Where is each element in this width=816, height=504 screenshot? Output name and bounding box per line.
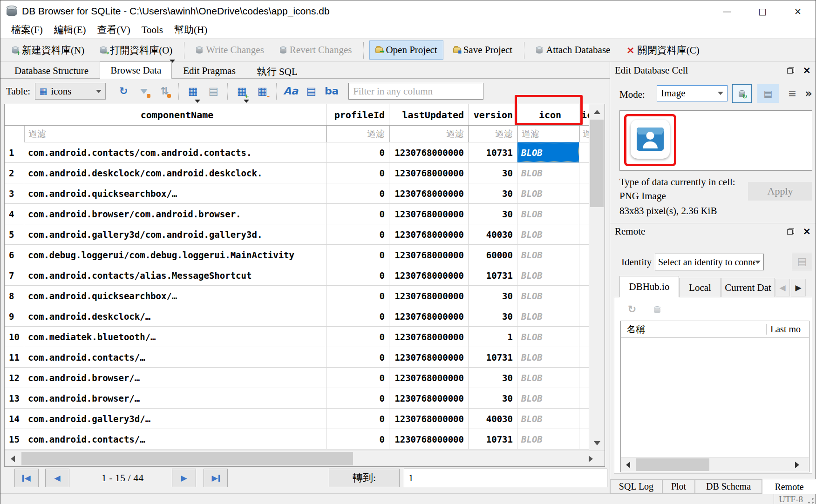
cell-profileId[interactable]: 0: [326, 388, 389, 408]
remote-refresh-button[interactable]: ↻: [624, 302, 640, 317]
cell-icon[interactable]: BLOB: [517, 224, 579, 244]
cell-profileId[interactable]: 0: [326, 204, 389, 224]
cell-icon[interactable]: BLOB: [517, 183, 579, 203]
cell-version[interactable]: 30: [469, 306, 517, 326]
revert-changes-button[interactable]: Revert Changes: [274, 40, 358, 60]
cell-version[interactable]: 10731: [469, 429, 517, 449]
vertical-scrollbar-thumb[interactable]: [590, 120, 604, 207]
open-project-button[interactable]: → Open Project: [369, 40, 443, 60]
cell-partial[interactable]: [579, 429, 589, 449]
cell-lastUpdated[interactable]: 1230768000000: [389, 327, 469, 347]
menu-edit[interactable]: 編輯(E): [49, 22, 91, 37]
remote-list-header-name[interactable]: 名稱: [621, 323, 766, 336]
text-view-button[interactable]: ▤: [757, 84, 779, 103]
scroll-right-button[interactable]: [589, 451, 605, 467]
header-lastUpdated[interactable]: lastUpdated: [389, 104, 469, 125]
close-panel-icon[interactable]: ×: [802, 227, 811, 236]
cell-version[interactable]: 10731: [469, 347, 517, 367]
write-changes-button[interactable]: Write Changes: [190, 40, 270, 60]
condensed-mode-button[interactable]: ba: [321, 82, 342, 100]
cell-icon[interactable]: BLOB: [517, 347, 579, 367]
row-number[interactable]: 8: [5, 286, 24, 306]
mode-select[interactable]: Image: [657, 85, 728, 101]
filter-lastUpdated[interactable]: 過濾: [389, 126, 469, 142]
remote-list-hscrollbar[interactable]: [621, 457, 809, 472]
dock-tab-sql-log[interactable]: SQL Log: [610, 479, 662, 494]
filter-profileId[interactable]: 過濾: [326, 126, 389, 142]
insert-record-button[interactable]: ▦+: [231, 82, 252, 100]
filter-componentName[interactable]: 過濾: [24, 126, 326, 142]
cell-lastUpdated[interactable]: 1230768000000: [389, 183, 469, 203]
cell-lastUpdated[interactable]: 1230768000000: [389, 409, 469, 429]
remote-list-header-modified[interactable]: Last mo: [766, 324, 809, 335]
cell-partial[interactable]: [579, 327, 589, 347]
cell-componentName[interactable]: com.android.contacts/alias.MessageShortc…: [24, 265, 326, 285]
cell-icon[interactable]: BLOB: [517, 286, 579, 306]
remote-hscrollbar-thumb[interactable]: [636, 458, 709, 471]
cell-profileId[interactable]: 0: [326, 183, 389, 203]
cell-partial[interactable]: [579, 183, 589, 203]
cell-icon[interactable]: BLOB: [517, 306, 579, 326]
maximize-button[interactable]: □: [745, 0, 780, 21]
tab-edit-pragmas[interactable]: Edit Pragmas: [173, 63, 246, 78]
cell-version[interactable]: 30: [469, 388, 517, 408]
cell-componentName[interactable]: com.android.contacts/com.android.contact…: [24, 142, 326, 162]
word-wrap-button[interactable]: ≡: [784, 86, 800, 101]
cell-partial[interactable]: [579, 409, 589, 429]
dock-tab-db-schema[interactable]: DB Schema: [695, 479, 762, 494]
goto-record-input[interactable]: 1: [404, 469, 607, 487]
cell-profileId[interactable]: 0: [326, 409, 389, 429]
cell-profileId[interactable]: 0: [326, 265, 389, 285]
cell-version[interactable]: 30: [469, 183, 517, 203]
cell-partial[interactable]: [579, 388, 589, 408]
row-number[interactable]: 5: [5, 224, 24, 244]
remote-tab-dbhub[interactable]: DBHub.io: [619, 276, 679, 297]
row-number[interactable]: 1: [5, 142, 24, 162]
menu-view[interactable]: 查看(V): [92, 22, 136, 37]
scroll-down-button[interactable]: [589, 436, 605, 450]
open-database-button[interactable]: → 打開資料庫(O): [94, 40, 178, 60]
vertical-scrollbar[interactable]: [589, 104, 605, 450]
row-number[interactable]: 4: [5, 204, 24, 224]
encoding-indicator[interactable]: UTF-8: [774, 494, 808, 504]
scroll-left-button[interactable]: [5, 451, 20, 467]
first-record-button[interactable]: ◀: [14, 469, 39, 487]
cell-icon[interactable]: BLOB: [517, 142, 579, 162]
save-results-dropdown-icon[interactable]: [195, 100, 200, 103]
find-in-table-button[interactable]: ▤: [301, 82, 321, 100]
cell-componentName[interactable]: com.android.deskclock/…: [24, 306, 326, 326]
close-database-button[interactable]: × 關閉資料庫(C): [620, 40, 705, 60]
cell-componentName[interactable]: com.android.contacts/…: [24, 429, 326, 449]
save-project-button[interactable]: ▪ Save Project: [447, 40, 519, 60]
cell-partial[interactable]: [579, 204, 589, 224]
cell-partial[interactable]: [579, 142, 589, 162]
tab-scroll-left-button[interactable]: ◀: [775, 279, 790, 296]
cell-lastUpdated[interactable]: 1230768000000: [389, 388, 469, 408]
cell-lastUpdated[interactable]: 1230768000000: [389, 286, 469, 306]
cell-icon[interactable]: BLOB: [517, 245, 579, 265]
header-version[interactable]: version: [469, 104, 517, 125]
save-results-button[interactable]: ▦: [183, 82, 203, 100]
resize-grip-icon[interactable]: [808, 497, 814, 504]
cell-componentName[interactable]: com.android.deskclock/com.android.deskcl…: [24, 163, 326, 183]
filter-icon-col[interactable]: 過濾: [517, 126, 579, 142]
undock-icon[interactable]: [787, 228, 794, 235]
cell-partial[interactable]: [579, 163, 589, 183]
row-number[interactable]: 15: [5, 429, 24, 449]
cell-partial[interactable]: [579, 224, 589, 244]
cell-profileId[interactable]: 0: [326, 368, 389, 388]
cell-componentName[interactable]: com.android.browser/…: [24, 368, 326, 388]
apply-button[interactable]: Apply: [748, 182, 812, 201]
cell-icon[interactable]: BLOB: [517, 265, 579, 285]
new-database-button[interactable]: + 新建資料庫(N): [6, 40, 90, 60]
cell-icon[interactable]: BLOB: [517, 163, 579, 183]
cell-version[interactable]: 30: [469, 163, 517, 183]
cell-profileId[interactable]: 0: [326, 327, 389, 347]
cell-componentName[interactable]: com.android.gallery3d/com.android.galler…: [24, 224, 326, 244]
row-number[interactable]: 2: [5, 163, 24, 183]
tab-browse-data[interactable]: Browse Data: [100, 61, 172, 79]
dock-tab-remote[interactable]: Remote: [762, 479, 816, 494]
cell-icon[interactable]: BLOB: [517, 388, 579, 408]
dock-tab-plot[interactable]: Plot: [662, 479, 695, 494]
cell-componentName[interactable]: com.debug.loggerui/com.debug.loggerui.Ma…: [24, 245, 326, 265]
